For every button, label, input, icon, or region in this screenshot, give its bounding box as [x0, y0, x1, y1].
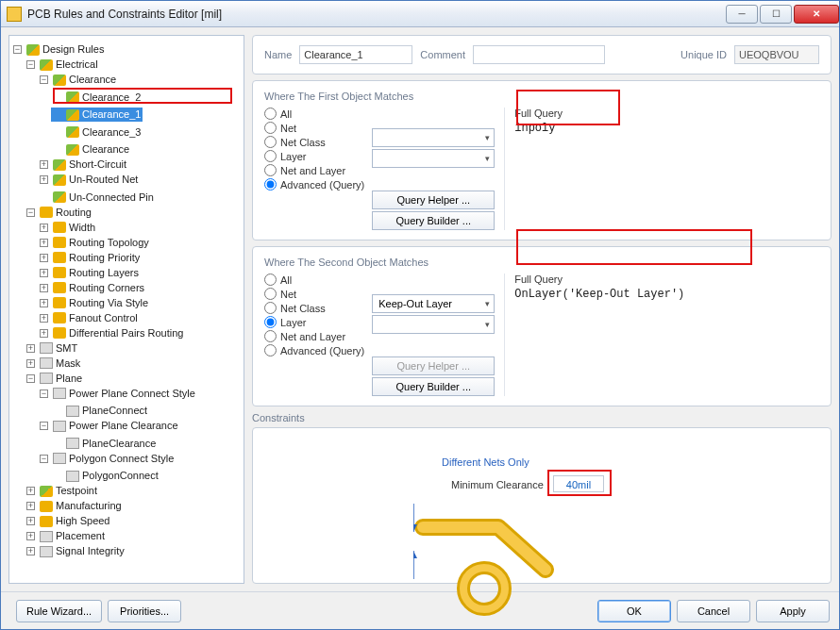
priorities-button[interactable]: Priorities... — [108, 600, 181, 622]
app-icon — [7, 7, 22, 22]
m1-query-helper-button[interactable]: Query Helper ... — [372, 191, 495, 209]
tree-testpoint[interactable]: +Testpoint — [25, 484, 99, 498]
m1-layer[interactable]: Layer — [264, 150, 364, 162]
m1-net-combo[interactable]: ▾ — [372, 128, 495, 147]
tree-polyconnect[interactable]: PolygonConnect — [51, 469, 160, 483]
tree-manufacturing[interactable]: +Manufacturing — [25, 499, 124, 513]
tree-topology[interactable]: +Routing Topology — [38, 236, 151, 250]
m1-netclass[interactable]: Net Class — [264, 136, 364, 148]
m2-all[interactable]: All — [264, 274, 364, 286]
m1-query-builder-button[interactable]: Query Builder ... — [372, 211, 495, 230]
comment-label: Comment — [420, 49, 465, 60]
tree-width[interactable]: +Width — [38, 221, 97, 235]
m2-netlayer[interactable]: Net and Layer — [264, 330, 364, 342]
m1-fullquery-label: Full Query — [514, 108, 819, 119]
different-nets-label: Different Nets Only — [442, 456, 529, 468]
constraints-section: Constraints Different Nets Only Minimum … — [252, 412, 832, 584]
tree-unrouted[interactable]: +Un-Routed Net — [38, 173, 140, 187]
titlebar: PCB Rules and Constraints Editor [mil] ─… — [1, 1, 839, 27]
m2-fullquery-text[interactable]: OnLayer('Keep-Out Layer') — [514, 288, 819, 301]
tree-planeclearance[interactable]: PlaneClearance — [51, 437, 158, 451]
tree-smt[interactable]: +SMT — [25, 341, 79, 356]
tree-sigint[interactable]: +Signal Integrity — [25, 544, 126, 558]
svg-marker-5 — [413, 551, 417, 558]
rule-editor-pane: Name Comment Unique ID Where The First O… — [252, 35, 832, 584]
maximize-button[interactable]: ☐ — [760, 5, 792, 24]
rules-tree-pane: −Design Rules −Electrical −Clearance Cle… — [8, 35, 244, 584]
tree-placement[interactable]: +Placement — [25, 529, 107, 543]
second-match-panel: Where The Second Object Matches All Net … — [252, 246, 832, 406]
close-button[interactable]: ✕ — [794, 5, 839, 24]
first-match-panel: Where The First Object Matches All Net N… — [252, 80, 832, 240]
tree-polyconnect-style[interactable]: −Polygon Connect Style — [38, 452, 176, 466]
m2-layer-combo[interactable]: Keep-Out Layer▾ — [372, 294, 495, 313]
m1-netlayer[interactable]: Net and Layer — [264, 164, 364, 176]
m2-adv[interactable]: Advanced (Query) — [264, 344, 364, 356]
clearance-diagram-icon — [413, 494, 612, 617]
tree-plane[interactable]: −Plane — [25, 372, 84, 386]
tree-clearance-base[interactable]: Clearance — [51, 142, 131, 157]
second-match-title: Where The Second Object Matches — [264, 257, 819, 268]
m1-adv[interactable]: Advanced (Query) — [264, 178, 364, 191]
tree-ppclearance[interactable]: −Power Plane Clearance — [38, 419, 180, 433]
tree-routing[interactable]: −Routing — [25, 206, 93, 220]
m2-fullquery-label: Full Query — [514, 274, 819, 285]
min-clearance-label: Minimum Clearance — [451, 479, 544, 490]
tree-shortcircuit[interactable]: +Short-Circuit — [38, 158, 128, 172]
tree-planeconnect[interactable]: PlaneConnect — [51, 404, 149, 418]
tree-fanout[interactable]: +Fanout Control — [38, 311, 140, 325]
rules-tree[interactable]: −Design Rules −Electrical −Clearance Cle… — [11, 41, 242, 558]
name-panel: Name Comment Unique ID — [252, 35, 832, 75]
m1-net[interactable]: Net — [264, 122, 364, 134]
tree-diffpairs[interactable]: +Differential Pairs Routing — [38, 326, 185, 340]
app-window: PCB Rules and Constraints Editor [mil] ─… — [0, 0, 840, 630]
uid-label: Unique ID — [680, 49, 727, 60]
tree-corners[interactable]: +Routing Corners — [38, 281, 146, 295]
rule-name-input[interactable] — [299, 45, 412, 64]
m1-fullquery-text[interactable]: inpoly — [514, 122, 819, 135]
tree-clearance1-selected[interactable]: Clearance_1 — [51, 108, 143, 122]
window-title: PCB Rules and Constraints Editor [mil] — [27, 8, 724, 21]
tree-clearance2[interactable]: Clearance_2 — [51, 91, 143, 105]
m2-net[interactable]: Net — [264, 288, 364, 300]
name-label: Name — [264, 49, 292, 60]
rule-comment-input[interactable] — [473, 45, 605, 64]
tree-viastyle[interactable]: +Routing Via Style — [38, 296, 150, 310]
m2-layer[interactable]: Layer — [264, 316, 364, 328]
apply-button[interactable]: Apply — [756, 600, 830, 622]
m2-query-helper-button: Query Helper ... — [372, 356, 495, 375]
tree-clearance-group[interactable]: −Clearance — [38, 73, 118, 87]
tree-root[interactable]: −Design Rules — [11, 42, 106, 57]
tree-unconnected[interactable]: Un-Connected Pin — [38, 191, 156, 205]
m2-query-builder-button[interactable]: Query Builder ... — [372, 377, 495, 396]
m2-netclass-combo[interactable]: ▾ — [372, 315, 495, 334]
constraints-title: Constraints — [252, 412, 832, 423]
tree-highspeed[interactable]: +High Speed — [25, 514, 112, 528]
m1-netclass-combo[interactable]: ▾ — [372, 149, 495, 168]
tree-priority[interactable]: +Routing Priority — [38, 251, 142, 265]
rule-wizard-button[interactable]: Rule Wizard... — [16, 600, 102, 622]
tree-clearance3[interactable]: Clearance_3 — [51, 125, 143, 140]
tree-layers[interactable]: +Routing Layers — [38, 266, 141, 280]
tree-ppconnect-style[interactable]: −Power Plane Connect Style — [38, 387, 197, 401]
tree-electrical[interactable]: −Electrical — [25, 58, 100, 72]
minimize-button[interactable]: ─ — [726, 5, 758, 24]
cancel-button[interactable]: Cancel — [677, 600, 750, 622]
m2-netclass[interactable]: Net Class — [264, 302, 364, 314]
tree-mask[interactable]: +Mask — [25, 356, 82, 371]
m1-all[interactable]: All — [264, 108, 364, 120]
rule-uid-field — [734, 45, 819, 64]
min-clearance-input[interactable]: 40mil — [553, 475, 604, 492]
first-match-title: Where The First Object Matches — [264, 91, 819, 102]
